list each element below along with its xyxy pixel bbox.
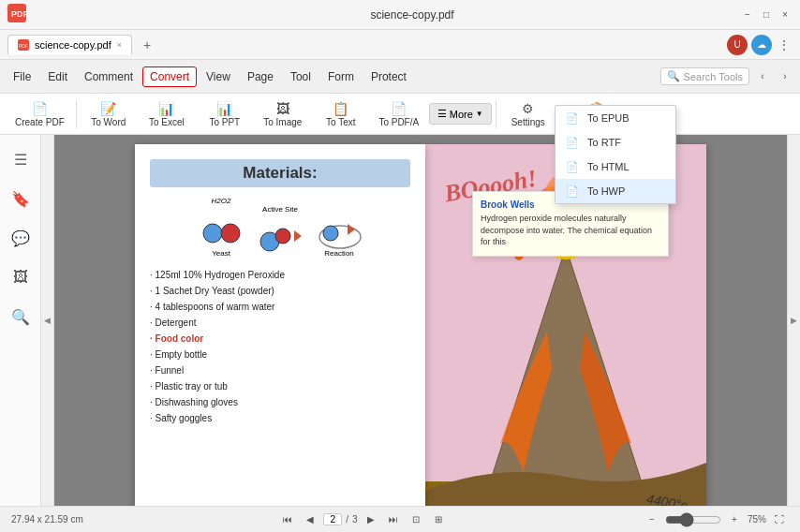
list-item: · 4 tablespoons of warm water: [150, 299, 410, 315]
next-page-button[interactable]: ▶: [362, 510, 380, 529]
fit-screen-button[interactable]: ⛶: [770, 510, 789, 529]
dropdown-item-rtf[interactable]: 📄 To RTF: [556, 130, 675, 155]
more-options-icon[interactable]: ⋮: [776, 36, 793, 54]
menu-comment[interactable]: Comment: [77, 66, 141, 87]
svg-marker-8: [294, 230, 302, 242]
dropdown-item-epub[interactable]: 📄 To EPUB: [556, 106, 675, 130]
menu-edit[interactable]: Edit: [40, 66, 75, 87]
list-item: · 125ml 10% Hydrogen Peroxide: [150, 267, 410, 283]
dropdown-item-html[interactable]: 📄 To HTML: [556, 155, 675, 179]
to-image-label: To Image: [263, 117, 302, 127]
yeast-diagram-label: Yeast: [212, 249, 230, 258]
sidebar-search-button[interactable]: 🔍: [4, 300, 37, 333]
svg-marker-11: [348, 224, 355, 235]
more-icon: ☰: [437, 108, 447, 120]
to-pdfa-icon: 📄: [391, 101, 407, 116]
user-icon[interactable]: U: [727, 35, 748, 55]
total-pages: 3: [352, 514, 358, 525]
active-tab[interactable]: PDF science-copy.pdf ×: [7, 35, 132, 54]
list-item: · Empty bottle: [150, 347, 410, 362]
to-word-button[interactable]: 📝 To Word: [81, 98, 137, 130]
menu-protect[interactable]: Protect: [363, 66, 414, 87]
prev-page-button[interactable]: ◀: [301, 510, 319, 529]
fit-width-button[interactable]: ⊞: [429, 510, 448, 529]
menu-right: 🔍 Search Tools ‹ ›: [660, 67, 794, 86]
hwp-icon: 📄: [565, 184, 580, 199]
menu-tool[interactable]: Tool: [283, 66, 319, 87]
title-bar: PDF science-copy.pdf − □ ×: [0, 0, 800, 30]
menu-form[interactable]: Form: [320, 66, 362, 87]
zoom-in-button[interactable]: +: [725, 510, 744, 529]
cloud-icon[interactable]: ☁: [751, 35, 772, 55]
new-tab-button[interactable]: +: [136, 34, 158, 56]
epub-icon: 📄: [565, 111, 580, 126]
reaction-label: Reaction: [324, 249, 354, 258]
current-page-input[interactable]: [323, 513, 342, 525]
to-pdfa-button[interactable]: 📄 To PDF/A: [371, 98, 427, 130]
toolbar: 📄 Create PDF 📝 To Word 📊 To Excel 📊 To P…: [0, 94, 800, 135]
menu-bar: File Edit Comment Convert View Page Tool…: [0, 60, 800, 94]
molecule-diagram: H2O2 Yeast Active Site: [150, 197, 410, 258]
page-navigation: ⏮ ◀ / 3 ▶ ⏭ ⊡ ⊞: [91, 510, 635, 529]
sidebar-collapse-arrow[interactable]: ◀: [41, 135, 54, 506]
dropdown-item-hwp[interactable]: 📄 To HWP: [556, 179, 675, 203]
chevron-down-icon: ▼: [476, 110, 483, 118]
list-item: · Food color: [150, 331, 410, 347]
tab-close-button[interactable]: ×: [117, 40, 122, 50]
sidebar-thumbnail-button[interactable]: 🖼: [4, 260, 37, 294]
settings-button[interactable]: ⚙ Settings: [500, 98, 556, 130]
toolbar-separator-1: [76, 100, 77, 128]
close-button[interactable]: ×: [778, 7, 793, 22]
svg-point-10: [323, 226, 338, 241]
more-button[interactable]: ☰ More ▼: [429, 103, 492, 125]
minimize-button[interactable]: −: [740, 7, 755, 22]
to-excel-label: To Excel: [149, 117, 185, 127]
pdf-page: Materials: H2O2 Yeast Active Site: [135, 144, 425, 506]
h2o2-label: H2O2: [212, 197, 231, 205]
title-bar-title: science-copy.pdf: [32, 8, 793, 22]
nav-fwd-button[interactable]: ›: [776, 67, 794, 86]
create-pdf-button[interactable]: 📄 Create PDF: [7, 98, 72, 130]
pdf-view-area[interactable]: Materials: H2O2 Yeast Active Site: [54, 135, 787, 506]
reaction-svg: [314, 207, 365, 249]
fit-page-button[interactable]: ⊡: [407, 510, 425, 529]
html-label: To HTML: [587, 161, 630, 172]
list-item: · 1 Sachet Dry Yeast (powder): [150, 283, 410, 299]
search-tools-input[interactable]: 🔍 Search Tools: [660, 67, 749, 85]
materials-header: Materials:: [150, 159, 410, 187]
status-bar: 27.94 x 21.59 cm ⏮ ◀ / 3 ▶ ⏭ ⊡ ⊞ − + 75%…: [0, 506, 800, 532]
settings-label: Settings: [511, 117, 545, 127]
app-icon: PDF: [7, 4, 26, 25]
to-excel-button[interactable]: 📊 To Excel: [139, 98, 195, 130]
search-tools-label: Search Tools: [684, 71, 743, 82]
list-item: · Dishwashing gloves: [150, 394, 410, 410]
to-ppt-icon: 📊: [216, 101, 232, 116]
search-icon: 🔍: [667, 70, 680, 82]
nav-back-button[interactable]: ‹: [753, 67, 772, 86]
to-image-button[interactable]: 🖼 To Image: [255, 98, 311, 130]
toolbar-separator-2: [496, 100, 496, 128]
sidebar-comment-button[interactable]: 💬: [4, 221, 37, 255]
right-sidebar-collapse[interactable]: ▶: [787, 135, 800, 506]
zoom-slider[interactable]: [665, 512, 721, 527]
svg-point-5: [221, 224, 240, 243]
menu-file[interactable]: File: [6, 66, 38, 87]
to-ppt-button[interactable]: 📊 To PPT: [197, 98, 253, 130]
zoom-out-button[interactable]: −: [643, 510, 661, 529]
maximize-button[interactable]: □: [759, 7, 774, 22]
menu-page[interactable]: Page: [240, 66, 281, 87]
settings-icon: ⚙: [522, 101, 534, 116]
to-text-button[interactable]: 📋 To Text: [313, 98, 369, 130]
more-label: More: [450, 109, 473, 120]
last-page-button[interactable]: ⏭: [384, 510, 403, 529]
create-pdf-icon: 📄: [32, 101, 48, 116]
to-word-label: To Word: [91, 117, 126, 127]
menu-convert[interactable]: Convert: [142, 66, 197, 87]
sidebar-bookmark-button[interactable]: 🔖: [4, 182, 37, 215]
menu-view[interactable]: View: [199, 66, 238, 87]
first-page-button[interactable]: ⏮: [278, 510, 297, 529]
to-word-icon: 📝: [100, 101, 116, 116]
list-item: · Detergent: [150, 315, 410, 331]
sidebar-panel-toggle[interactable]: ☰: [4, 142, 37, 176]
page-separator: /: [346, 514, 348, 525]
